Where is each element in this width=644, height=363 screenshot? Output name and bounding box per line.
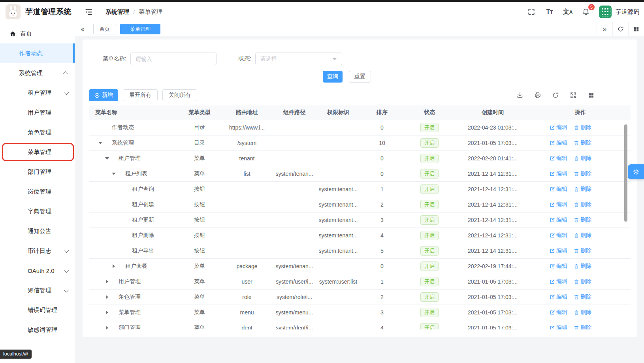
theme-settings-gear-icon[interactable] [628,164,644,179]
sidebar-item[interactable]: 菜单管理 [0,142,75,162]
edit-link[interactable]: 编辑 [550,324,567,330]
status-select[interactable]: 请选择 [255,53,342,65]
download-icon[interactable] [516,91,524,99]
sidebar-item[interactable]: 部门管理 [0,162,75,182]
tabs-scroll-left-icon[interactable]: « [75,22,90,36]
sidebar-item[interactable]: OAuth 2.0 [0,261,75,280]
delete-link[interactable]: 删除 [574,139,591,147]
tree-indent [98,158,104,159]
tree-right-icon[interactable] [104,295,110,299]
edit-link[interactable]: 编辑 [550,186,567,193]
expand-all-button[interactable]: 展开所有 [123,89,158,101]
username[interactable]: 芋道源码 [616,8,639,16]
delete-link[interactable]: 删除 [574,324,591,330]
expand-icon[interactable] [569,91,577,99]
delete-link[interactable]: 删除 [574,309,591,316]
tree-down-icon[interactable] [98,142,103,144]
menu-type: 按钮 [178,182,221,197]
status-cell: 开启 [404,182,455,197]
sidebar-item[interactable]: 字典管理 [0,201,75,221]
delete-link[interactable]: 删除 [574,278,591,285]
sidebar-item[interactable]: 短信管理 [0,280,75,300]
sidebar-item[interactable]: 岗位管理 [0,182,75,201]
edit-link[interactable]: 编辑 [550,170,567,177]
edit-link[interactable]: 编辑 [550,293,567,301]
sidebar-collapse-icon[interactable] [83,7,94,17]
language-icon[interactable]: 文A [562,6,574,18]
menu-name: 租户导出 [132,247,154,254]
menu-type: 菜单 [178,166,221,182]
sidebar-item[interactable]: 系统管理 [0,63,75,83]
edit-link[interactable]: 编辑 [550,309,567,316]
tree-right-icon[interactable] [111,264,117,268]
delete-link[interactable]: 删除 [574,124,591,131]
refresh-icon[interactable] [552,91,559,99]
app-logo[interactable] [6,4,21,19]
tree-right-icon[interactable] [104,310,110,314]
edit-link[interactable]: 编辑 [550,139,567,147]
actions-cell: 编辑删除 [530,305,631,320]
tab-active[interactable]: 菜单管理 [120,24,160,34]
delete-link[interactable]: 删除 [574,247,591,254]
font-size-icon[interactable]: TT [544,6,555,18]
sidebar-item[interactable]: 用户管理 [0,103,75,122]
edit-link[interactable]: 编辑 [550,155,567,162]
edit-link[interactable]: 编辑 [550,201,567,208]
edit-link[interactable]: 编辑 [550,247,567,254]
delete-link[interactable]: 删除 [574,201,591,208]
column-settings-grid-icon[interactable] [587,91,595,99]
permission-key [316,166,360,182]
delete-link[interactable]: 删除 [574,293,591,301]
component-path: system/tenan... [273,166,316,182]
tab-layout-grid-icon[interactable] [628,22,644,36]
menu-name-input[interactable] [130,53,217,65]
table-row: 租户更新按钮system:tenant...3开启2021-12-14 12:3… [89,213,631,228]
sidebar-item[interactable]: 审计日志 [0,241,75,261]
tab-refresh-icon[interactable] [612,22,628,36]
sidebar-item[interactable]: 通知公告 [0,221,75,241]
bell-icon[interactable]: 5 [580,6,592,18]
collapse-all-button[interactable]: 关闭所有 [162,89,197,101]
table-row: 租户套餐菜单packagesystem/tenan...0开启2022-02-1… [89,259,631,274]
table-scrollbar[interactable] [624,124,627,222]
sidebar-item[interactable]: 作者动态 [0,43,75,63]
sidebar-item[interactable]: 租户管理 [0,83,75,103]
status-badge: 开启 [420,231,439,240]
route-path [221,243,273,259]
sidebar-item[interactable]: 敏感词管理 [0,320,75,340]
tree-down-icon[interactable] [104,157,110,160]
tab-item[interactable]: 首页 [93,24,116,34]
tabbar-right: » [597,22,644,36]
delete-link[interactable]: 删除 [574,216,591,224]
edit-link[interactable]: 编辑 [550,263,567,270]
sidebar-item[interactable]: 错误码管理 [0,300,75,320]
tree-right-icon[interactable] [104,280,110,284]
delete-link[interactable]: 删除 [574,232,591,239]
permission-key: system:tenant... [316,243,360,259]
edit-link[interactable]: 编辑 [550,232,567,239]
sidebar-item[interactable]: 首页 [0,24,75,43]
trash-icon [574,171,579,177]
edit-link[interactable]: 编辑 [550,278,567,285]
tree-right-icon[interactable] [104,326,110,329]
delete-link[interactable]: 删除 [574,263,591,270]
delete-link[interactable]: 删除 [574,186,591,193]
sidebar-item-label: 作者动态 [19,50,68,57]
search-button[interactable]: 查询 [323,71,343,83]
delete-link[interactable]: 删除 [574,155,591,162]
tree-down-icon[interactable] [111,173,117,175]
sidebar-item[interactable]: 角色管理 [0,122,75,142]
reset-button[interactable]: 重置 [349,71,371,83]
column-header: 排序 [360,105,404,120]
avatar[interactable] [599,6,612,18]
tabs-scroll-right-icon[interactable]: » [597,22,612,36]
edit-link[interactable]: 编辑 [550,216,567,224]
edit-link[interactable]: 编辑 [550,124,567,131]
table-container: 菜单名称菜单类型路由地址组件路径权限标识排序状态创建时间操作 作者动态目录htt… [89,105,631,329]
print-icon[interactable] [534,91,542,99]
add-button[interactable]: 新增 [89,89,118,101]
fullscreen-icon[interactable] [525,6,537,18]
menu-type: 菜单 [178,151,221,166]
breadcrumb-item[interactable]: 系统管理 [105,8,129,16]
delete-link[interactable]: 删除 [574,170,591,177]
